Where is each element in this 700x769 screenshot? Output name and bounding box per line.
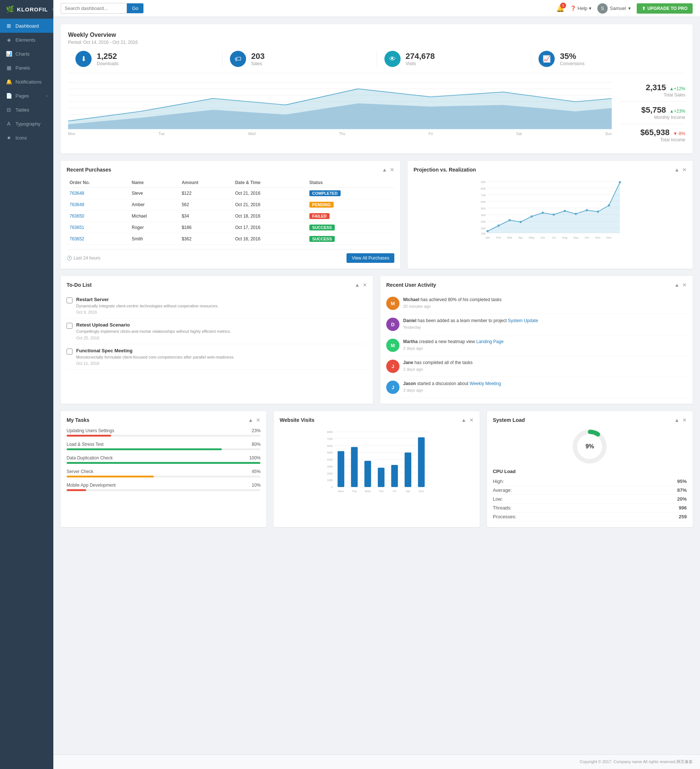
sidebar-item-elements[interactable]: ◈ Elements (0, 33, 53, 47)
sidebar-item-dashboard[interactable]: ⊞ Dashboard (0, 19, 53, 33)
chart-x-label: Mon (68, 132, 75, 136)
task-label-4: Mobile App Development (67, 483, 116, 488)
list-item: Server Check 45% (67, 469, 260, 478)
weekly-chart: MonTueWedThuFriSatSun (68, 79, 612, 138)
sysload-row-label-3: Threads: (493, 505, 512, 511)
close-todo-icon[interactable]: ✕ (363, 282, 367, 288)
upgrade-button[interactable]: ⬆ UPGRADE TO PRO (637, 3, 693, 14)
svg-text:Feb: Feb (496, 236, 501, 239)
svg-text:200: 200 (481, 227, 486, 230)
close-icon[interactable]: ✕ (390, 167, 394, 173)
purchases-footer: 🕐 Last 24 hours View All Purchases (67, 249, 394, 263)
task-label-3: Server Check (67, 469, 93, 474)
sidebar-item-typography[interactable]: A Typography (0, 117, 53, 131)
tasks-controls[interactable]: ▲ ✕ (248, 417, 260, 423)
collapse-website-icon[interactable]: ▲ (461, 417, 466, 423)
task-label-2: Data Duplication Check (67, 455, 112, 460)
search-input[interactable] (61, 3, 127, 14)
stat-label-0: Downloads (97, 61, 119, 66)
todo-title: To-Do List (67, 282, 92, 288)
purchase-name: Roger (129, 222, 179, 233)
collapse-tasks-icon[interactable]: ▲ (248, 417, 253, 423)
user-name: Samuel (610, 5, 626, 11)
order-link[interactable]: 763650 (67, 211, 129, 222)
stats-row: ⬇ 1,252 Downloads 🏷 203 Sales 👁 274,678 … (68, 51, 685, 73)
order-link[interactable]: 763651 (67, 222, 129, 233)
notification-bell[interactable]: 🔔 5 (556, 5, 564, 13)
table-row: 763650 Michael $34 Oct 18, 2016 FAILED (67, 211, 394, 222)
todo-checkbox-0[interactable] (67, 298, 72, 303)
collapse-activity-icon[interactable]: ▲ (674, 282, 679, 288)
stat-label-1: Sales (251, 61, 265, 66)
collapse-proj-icon[interactable]: ▲ (674, 167, 679, 173)
purchase-name: Amber (129, 199, 179, 211)
icons-icon: ★ (6, 135, 12, 141)
todo-checkbox-2[interactable] (67, 349, 72, 354)
svg-text:Jun: Jun (540, 236, 545, 239)
projection-panel: Projection vs. Realization ▲ ✕ (408, 161, 693, 269)
chart-x-label: Sun (605, 132, 612, 136)
activity-link-1[interactable]: System Update (508, 318, 538, 323)
collapse-todo-icon[interactable]: ▲ (355, 282, 360, 288)
sidebar-item-pages[interactable]: 📄 Pages ‹ (0, 89, 53, 103)
view-all-button[interactable]: View All Purchases (347, 253, 394, 263)
help-label: Help (578, 5, 588, 11)
purchase-amount: $34 (179, 211, 232, 222)
close-tasks-icon[interactable]: ✕ (256, 417, 260, 423)
sysload-controls[interactable]: ▲ ✕ (674, 417, 687, 423)
chart-x-label: Tue (159, 132, 165, 136)
tables-icon: ⊟ (6, 107, 12, 113)
activity-link-2[interactable]: Landing Page (476, 339, 504, 344)
help-menu[interactable]: ❓ Help ▾ (570, 5, 591, 11)
purchase-amount: $122 (179, 188, 232, 199)
sidebar-item-icons[interactable]: ★ Icons (0, 131, 53, 145)
sidebar-item-panels[interactable]: ▦ Panels (0, 61, 53, 75)
svg-text:0: 0 (331, 486, 333, 489)
pages-arrow-icon: ‹ (47, 94, 47, 98)
website-controls[interactable]: ▲ ✕ (461, 417, 474, 423)
stat-card-0: ⬇ 1,252 Downloads (68, 51, 223, 67)
list-item: J Jason started a discussion about Weekl… (386, 377, 687, 398)
topbar: Go 🔔 5 ❓ Help ▾ S Samuel ▾ ⬆ UPGRADE TO … (53, 0, 700, 17)
search-button[interactable]: Go (127, 3, 143, 13)
sysload-row-value-2: 20% (677, 496, 687, 502)
close-proj-icon[interactable]: ✕ (682, 167, 687, 173)
purchases-col-header: Date & Time (232, 178, 307, 188)
task-pct-3: 45% (252, 469, 260, 474)
svg-text:Dec: Dec (607, 236, 612, 239)
close-activity-icon[interactable]: ✕ (682, 282, 687, 288)
collapse-sysload-icon[interactable]: ▲ (674, 417, 679, 423)
activity-link-4[interactable]: Weekly Meeting (470, 381, 501, 386)
projection-title: Projection vs. Realization (413, 167, 476, 173)
order-link[interactable]: 763648 (67, 188, 129, 199)
bar-label: Sat (406, 490, 411, 493)
close-sysload-icon[interactable]: ✕ (682, 417, 687, 423)
svg-text:2000: 2000 (327, 472, 333, 475)
stat-card-2: 👁 274,678 Visits (377, 51, 531, 67)
purchases-header: Recent Purchases ▲ ✕ (67, 167, 394, 173)
activity-controls[interactable]: ▲ ✕ (674, 282, 687, 288)
activity-list: M Michael has achieved 80% of his comple… (386, 293, 687, 398)
sysload-row: Low: 20% (493, 495, 687, 504)
list-item: M Martha created a new heatmap view Land… (386, 335, 687, 356)
todo-checkbox-1[interactable] (67, 323, 72, 329)
collapse-icon[interactable]: ▲ (382, 167, 387, 173)
user-menu[interactable]: S Samuel ▾ (597, 3, 631, 14)
bar-rect (338, 451, 344, 487)
purchase-amount: 562 (179, 199, 232, 211)
purchase-date: Oct 17, 2016 (232, 222, 307, 233)
close-website-icon[interactable]: ✕ (469, 417, 474, 423)
sysload-row: Average: 87% (493, 486, 687, 495)
activity-avatar-2: M (386, 339, 400, 352)
sidebar-item-notifications[interactable]: 🔔 Notifications (0, 75, 53, 89)
purchases-controls[interactable]: ▲ ✕ (382, 167, 394, 173)
projection-controls[interactable]: ▲ ✕ (674, 167, 687, 173)
task-fill-0 (67, 435, 111, 437)
bar-rect (405, 452, 411, 487)
sidebar-item-tables[interactable]: ⊟ Tables (0, 103, 53, 117)
order-link[interactable]: 763652 (67, 233, 129, 245)
todo-controls[interactable]: ▲ ✕ (355, 282, 367, 288)
activity-user-3: Jane (403, 360, 413, 365)
order-link[interactable]: 763649 (67, 199, 129, 211)
sidebar-item-charts[interactable]: 📊 Charts (0, 47, 53, 61)
